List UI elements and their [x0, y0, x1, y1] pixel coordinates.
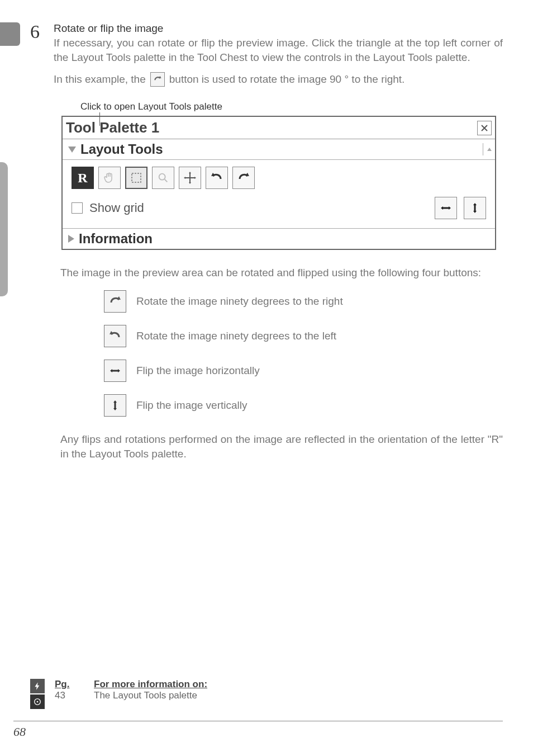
flip-vertical-button[interactable]: [464, 197, 486, 219]
reference-row: 43 The Layout Tools palette: [55, 690, 207, 701]
tool-button-row: R: [72, 167, 486, 189]
scroll-up-icon[interactable]: [483, 143, 495, 155]
disc-icon: [30, 694, 45, 709]
palette-caption: Click to open Layout Tools palette: [80, 101, 503, 112]
svg-rect-0: [132, 173, 141, 182]
flip-vertical-icon: [104, 394, 126, 417]
margin-bar: [0, 162, 8, 296]
pointer-line: [99, 112, 100, 126]
page-rule: [13, 721, 503, 721]
inline-text-b: button is used to rotate the image 90 ° …: [169, 73, 405, 86]
information-header[interactable]: Information: [63, 228, 495, 249]
show-grid-label: Show grid: [89, 201, 144, 215]
reference-header: Pg. For more information on:: [55, 679, 207, 690]
svg-point-3: [37, 701, 39, 703]
flip-horizontal-icon: [104, 360, 126, 382]
layout-tools-body: R: [63, 160, 495, 228]
orientation-indicator: R: [72, 167, 94, 189]
move-tool-icon[interactable]: [179, 167, 201, 189]
rotate-right-icon: [104, 290, 126, 313]
rotate-right-desc: Rotate the image ninety degrees to the r…: [136, 295, 343, 308]
information-title: Information: [79, 231, 489, 247]
step-body: If necessary, you can rotate or flip the…: [54, 36, 503, 64]
ref-page: 43: [55, 690, 77, 701]
buttons-intro: The image in the preview area can be rot…: [60, 266, 503, 280]
list-item: Rotate the image ninety degrees to the r…: [104, 290, 503, 313]
inline-text-a: In this example, the: [54, 73, 146, 86]
svg-point-1: [159, 174, 165, 180]
step-title: Rotate or flip the image: [54, 22, 503, 35]
flip-horizontal-button[interactable]: [435, 197, 457, 219]
reference-icons: [30, 679, 47, 709]
hand-tool-icon[interactable]: [98, 167, 121, 189]
palette-container: Tool Palette 1 Layout Tools R: [61, 116, 503, 250]
reference-block: Pg. For more information on: 43 The Layo…: [30, 679, 207, 709]
flip-horizontal-desc: Flip the image horizontally: [136, 365, 260, 377]
closing-text: Any flips and rotations performed on the…: [60, 432, 503, 461]
pg-header: Pg.: [55, 679, 77, 690]
rotate-left-desc: Rotate the image ninety degrees to the l…: [136, 330, 336, 342]
step-inline: In this example, the button is used to r…: [54, 72, 503, 87]
step-block: 6 Rotate or flip the image If necessary,…: [30, 22, 503, 87]
layout-tools-header[interactable]: Layout Tools: [63, 139, 495, 160]
marquee-tool-icon[interactable]: [125, 167, 147, 189]
reference-table: Pg. For more information on: 43 The Layo…: [55, 679, 207, 701]
show-grid-row: Show grid: [72, 197, 486, 219]
rotate-right-button[interactable]: [232, 167, 255, 189]
step-content: Rotate or flip the image If necessary, y…: [54, 22, 503, 87]
chevron-right-icon: [68, 235, 74, 243]
palette-title: Tool Palette 1: [66, 119, 159, 136]
rotate-left-button[interactable]: [206, 167, 228, 189]
list-item: Flip the image horizontally: [104, 360, 503, 382]
list-item: Rotate the image ninety degrees to the l…: [104, 325, 503, 347]
tool-palette: Tool Palette 1 Layout Tools R: [61, 116, 496, 250]
step-number: 6: [30, 22, 46, 87]
flip-vertical-desc: Flip the image vertically: [136, 399, 248, 412]
zoom-tool-icon[interactable]: [152, 167, 174, 189]
page-number: 68: [13, 725, 26, 739]
flash-icon: [30, 679, 45, 693]
icon-description-list: Rotate the image ninety degrees to the r…: [104, 290, 503, 417]
layout-tools-title: Layout Tools: [80, 141, 483, 157]
rotate-right-icon: [150, 72, 165, 87]
ref-topic: The Layout Tools palette: [94, 690, 197, 701]
show-grid-checkbox[interactable]: [72, 202, 83, 214]
page: 6 Rotate or flip the image If necessary,…: [0, 0, 533, 756]
close-icon[interactable]: [477, 121, 492, 135]
margin-tab: [0, 22, 20, 46]
rotate-left-icon: [104, 325, 126, 347]
chevron-down-icon: [68, 147, 76, 153]
list-item: Flip the image vertically: [104, 394, 503, 417]
palette-titlebar: Tool Palette 1: [63, 117, 495, 139]
info-header: For more information on:: [94, 679, 207, 690]
